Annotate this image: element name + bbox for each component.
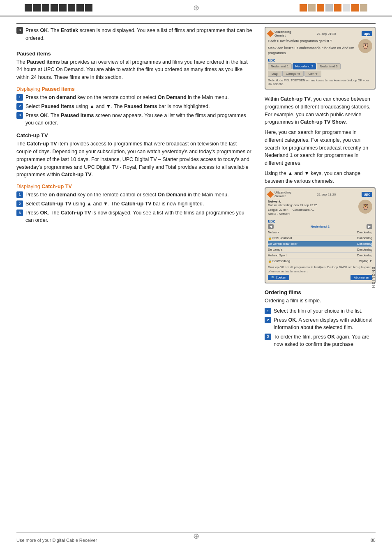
tv2-logo: UitzendingGemist <box>268 191 291 198</box>
subscribe-btn[interactable]: Abonneren <box>350 275 372 280</box>
tv-sub-tabs: Dag Categorie Genre <box>268 71 372 77</box>
right-body-2: Here, you can search for programmes in d… <box>265 129 376 167</box>
tv-screen-1: UitzendingGemist 21 sep 21:20 upc Heeft … <box>265 27 376 90</box>
network-label: Netwerk <box>268 200 357 203</box>
top-border <box>16 23 376 24</box>
program-name: 🔒 NOS Journaal <box>268 236 292 240</box>
step-badge-3: 3 <box>16 27 23 34</box>
tv-body-text: Heeft u uw favoriete programma gemist ? … <box>268 39 356 58</box>
upc-logo-inline: upc <box>268 58 372 62</box>
deco-sq-colored <box>351 4 359 12</box>
step3-text: Press OK. The Erotiek screen is now disp… <box>25 27 252 42</box>
right-arrow[interactable]: ▶ <box>367 224 372 229</box>
program-day: Donderdag <box>357 230 372 234</box>
side-label-container: ENGLISH <box>380 123 392 432</box>
tv-tab-ned2[interactable]: Nederland 2 <box>293 63 316 69</box>
program-name: De Lamp's <box>268 248 283 251</box>
program-row-highlight: De wereld draait door Donderdag <box>268 241 372 247</box>
tv2-logo-text: UitzendingGemist <box>274 191 291 198</box>
displaying-catchuptv-heading: Displaying Catch-up TV <box>16 184 252 189</box>
deco-square <box>25 4 32 12</box>
program-name: Holland Sport <box>268 253 286 257</box>
paused-step2-text: Select Paused items using ▲ and ▼. The P… <box>25 103 252 110</box>
paused-steps-list: 1 Press the on demand key on the remote … <box>16 94 252 127</box>
program-row: Holland Sport Donderdag <box>268 253 372 258</box>
tv-body-area: Heeft u uw favoriete programma gemist ? … <box>268 39 372 58</box>
left-arrow[interactable]: ◀ <box>268 224 274 229</box>
program-day: Vrijdag ▼ <box>359 259 372 263</box>
catchuptv-step3-text: Press OK. The Catch-up TV is now display… <box>25 209 252 224</box>
deco-sq-colored <box>325 4 333 12</box>
deco-sq-colored <box>317 4 324 12</box>
ordering-step2-text: Press OK. A screen displays with additio… <box>274 316 376 331</box>
step-badge: 3 <box>16 112 23 119</box>
tv2-body-area: Netwerk Datum uitzending: don 29 sep 23:… <box>268 200 372 218</box>
deco-square <box>42 4 49 12</box>
paused-step-2: 2 Select Paused items using ▲ and ▼. The… <box>16 103 252 110</box>
step-badge: 2 <box>16 200 23 207</box>
deco-square <box>59 4 67 12</box>
paused-items-heading: Paused items <box>16 51 252 57</box>
step-badge: 2 <box>16 103 23 110</box>
tv-header: UitzendingGemist 21 sep 21:20 upc <box>268 30 372 37</box>
step-badge: 1 <box>16 94 23 101</box>
catchuptv-body: The Catch-up TV item provides access to … <box>16 140 252 179</box>
diamond-icon <box>267 191 274 198</box>
deco-square <box>68 4 75 12</box>
catchuptv-step2-text: Select Catch-up TV using ▲ and ▼. The Ca… <box>25 200 252 207</box>
displaying-paused-heading: Displaying Paused items <box>16 86 252 92</box>
header-right-squares <box>300 4 367 12</box>
network-details: Datum uitzending: don 29 sep 23:25 Lengt… <box>268 203 357 216</box>
ordering-step-1: 1 Select the film of your choice in the … <box>265 307 376 315</box>
tv-logo-text: UitzendingGemist <box>274 30 291 37</box>
ordering-films-heading: Ordering films <box>265 289 376 295</box>
catchuptv-step-3: 3 Press OK. The Catch-up TV is now displ… <box>16 209 252 224</box>
page-header: ⊕ <box>0 0 392 16</box>
tv2-footer-text: Druk op OK om dit programma te bekijken.… <box>268 265 372 274</box>
tv-tabs: Nederland 1 Nederland 2 Nederland 3 <box>268 63 372 69</box>
program-day: Donderdag <box>357 236 372 240</box>
crosshair-icon: ⊕ <box>193 3 199 12</box>
tv2-nav: ◀ Nederland 2 ▶ <box>268 224 372 229</box>
diamond-icon <box>267 30 274 37</box>
program-row: 🔒 EenVandaag Vrijdag ▼ <box>268 258 372 264</box>
ordering-step3-text: To order the film, press OK again. You a… <box>274 333 376 348</box>
program-name: Netwerk <box>268 230 279 234</box>
side-label: ENGLISH <box>371 267 376 289</box>
left-column: 3 Press OK. The Erotiek screen is now di… <box>16 27 252 351</box>
step-badge: 3 <box>265 334 271 340</box>
right-body-3: Using the ▲ and ▼ keys, you can change b… <box>265 170 376 185</box>
tv-subtab-dag[interactable]: Dag <box>268 71 281 77</box>
right-column: UitzendingGemist 21 sep 21:20 upc Heeft … <box>265 27 376 351</box>
paused-step1-text: Press the on demand key on the remote co… <box>25 94 252 101</box>
paused-step-1: 1 Press the on demand key on the remote … <box>16 94 252 101</box>
ordering-steps-list: 1 Select the film of your choice in the … <box>265 307 376 348</box>
search-btn[interactable]: 🔍 Zoeken <box>268 275 289 280</box>
deco-square <box>76 4 84 12</box>
deco-square <box>33 4 41 12</box>
tv2-network-info: Netwerk Datum uitzending: don 29 sep 23:… <box>268 200 357 218</box>
program-list: Netwerk Donderdag 🔒 NOS Journaal Donderd… <box>268 230 372 264</box>
deco-square <box>51 4 58 12</box>
tv-tab-ned1[interactable]: Nederland 1 <box>268 63 292 69</box>
program-day: Donderdag <box>357 248 372 251</box>
header-left-squares <box>25 4 92 12</box>
tv-body-line1: Heeft u uw favoriete programma gemist ? <box>268 39 356 44</box>
step-badge: 3 <box>16 210 23 216</box>
owl-icon: 🦉 <box>358 39 372 53</box>
tv2-time: 21 sep 21:20 <box>317 193 336 196</box>
tv-subtab-genre[interactable]: Genre <box>304 71 321 77</box>
step3-item: 3 Press OK. The Erotiek screen is now di… <box>16 27 252 45</box>
page-footer: Use more of your Digital Cable Receiver … <box>16 538 376 543</box>
ordering-intro: Ordering a film is simple. <box>265 297 376 305</box>
page-number: 88 <box>371 538 376 543</box>
tv-screen-2: UitzendingGemist 21 sep 21:20 upc Netwer… <box>265 187 376 283</box>
tv-body-line2: Maak een keuze uit onderstaande rubrieke… <box>268 46 356 56</box>
program-name: 🔒 EenVandaag <box>268 259 290 263</box>
bottom-border <box>16 532 376 532</box>
catchuptv-step-2: 2 Select Catch-up TV using ▲ and ▼. The … <box>16 200 252 207</box>
catchuptv-step-1: 1 Press the on demand key on the remote … <box>16 191 252 198</box>
tv-subtab-categorie[interactable]: Categorie <box>282 71 304 77</box>
paused-items-body: The Paused items bar provides an overvie… <box>16 58 252 81</box>
tv-tab-ned3[interactable]: Nederland 3 <box>317 63 341 69</box>
